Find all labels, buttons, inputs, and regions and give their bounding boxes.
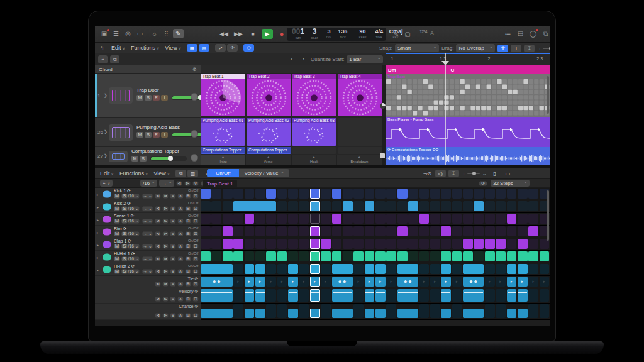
performance-recording-icon[interactable]: ⚇ [243, 44, 254, 52]
step-cell[interactable] [496, 189, 506, 199]
collapse-icon[interactable]: ⊡ [193, 207, 199, 211]
mute-button[interactable]: M [114, 269, 120, 273]
step-cell[interactable] [245, 226, 255, 236]
step-cell[interactable] [452, 201, 462, 211]
step-cell[interactable] [299, 189, 309, 199]
collapse-icon[interactable]: ⊡ [193, 282, 199, 287]
step-cell[interactable] [375, 189, 386, 199]
step-cell[interactable] [496, 226, 506, 236]
nudge-right-icon[interactable]: ⊳ [185, 181, 191, 185]
loop-cell[interactable]: Trap Beat 1 [201, 74, 245, 116]
step-cell[interactable] [233, 304, 243, 318]
step-cell[interactable] [332, 289, 353, 302]
step-cell[interactable] [375, 201, 386, 211]
step-cell[interactable] [485, 214, 495, 224]
step-cell[interactable] [452, 214, 462, 224]
step-cell[interactable] [343, 226, 353, 236]
step-cell[interactable] [255, 239, 265, 249]
step-cell[interactable]: ▸ [507, 277, 517, 287]
step-cell[interactable] [507, 189, 517, 199]
step-cell[interactable] [245, 251, 255, 261]
rewind-button[interactable]: ◀◀ [218, 29, 230, 39]
mode-velocity-button[interactable]: Velocity / Value⌃ [239, 169, 289, 177]
step-cell[interactable] [288, 226, 298, 236]
decrement-icon[interactable]: ∨ [170, 282, 176, 287]
step-cell[interactable] [485, 289, 495, 302]
step-cell[interactable] [211, 226, 221, 236]
step-cell[interactable] [321, 214, 331, 224]
step-cell[interactable] [233, 264, 243, 274]
step-cell[interactable] [485, 226, 495, 236]
increment-icon[interactable]: ∧ [178, 244, 184, 249]
scene-trigger[interactable]: ⌃Intro [201, 155, 246, 165]
rotate-left-icon[interactable]: ⊲ [155, 257, 161, 261]
step-cell[interactable] [419, 239, 430, 249]
step-cell[interactable] [277, 289, 287, 302]
loop-length-icon[interactable]: ⟳ [479, 181, 487, 185]
cell-next-icon[interactable]: › [299, 55, 308, 63]
step-cell[interactable] [463, 251, 473, 261]
scene-trigger[interactable]: ⌃Verse [246, 155, 291, 165]
step-cell[interactable] [507, 201, 517, 211]
duplicate-track-button[interactable]: ⧉ [110, 55, 119, 63]
step-cell[interactable] [430, 201, 440, 211]
collapse-icon[interactable]: ⊡ [193, 194, 199, 199]
step-cell[interactable] [255, 189, 265, 199]
step-cell[interactable] [528, 264, 538, 274]
step-cell[interactable] [386, 289, 396, 302]
expand-icon[interactable]: ⊞ [186, 314, 191, 318]
step-cell[interactable] [375, 214, 386, 224]
step-cell[interactable] [452, 264, 462, 274]
step-cell[interactable] [463, 264, 484, 274]
step-cell[interactable] [245, 189, 255, 199]
step-cell[interactable] [528, 239, 538, 249]
step-cell[interactable] [419, 304, 430, 318]
subrow-header[interactable]: Chance ⟳ ⊲ ⊳ ∨ ∧ ⊞ ⊡ [95, 304, 201, 320]
pattern-region[interactable]: Trap Beat [386, 74, 550, 117]
pan-knob[interactable] [191, 154, 198, 162]
step-cell[interactable] [310, 189, 320, 199]
step-cell[interactable] [211, 214, 221, 224]
step-cell[interactable] [288, 239, 298, 249]
step-cell[interactable] [353, 214, 364, 224]
expand-icon[interactable]: ⊞ [186, 244, 191, 249]
step-cell[interactable] [353, 264, 364, 274]
preview-speaker-icon[interactable]: ◁₎ [435, 170, 446, 177]
step-cell[interactable]: ▸ [430, 277, 440, 287]
rotate-left-icon[interactable]: ⊲ [155, 207, 161, 211]
track-name[interactable]: Trap Door [136, 87, 159, 93]
step-cell[interactable] [408, 226, 418, 236]
step-cell[interactable] [540, 264, 550, 274]
step-cell[interactable] [386, 201, 396, 211]
decrement-icon[interactable]: ∨ [170, 244, 176, 249]
step-cell[interactable] [485, 201, 495, 211]
step-cell[interactable] [430, 304, 440, 318]
empty-cell[interactable] [292, 147, 336, 154]
step-cell[interactable] [441, 309, 451, 319]
sequencer-scrollbar[interactable] [547, 190, 549, 241]
step-cell[interactable] [528, 189, 538, 199]
step-cell[interactable] [485, 304, 495, 318]
step-cell[interactable] [310, 289, 320, 302]
step-cell[interactable] [353, 251, 364, 261]
step-cell[interactable] [321, 201, 331, 211]
step-cell[interactable] [353, 226, 364, 236]
step-cell[interactable] [452, 189, 462, 199]
stop-queue-icon[interactable] [380, 153, 385, 158]
s-button[interactable]: S [145, 132, 152, 138]
step-cell[interactable]: ▸ [321, 277, 331, 287]
step-cell[interactable] [474, 239, 484, 249]
track-header[interactable]: 1 ❯ Trap Door MSRI [95, 74, 201, 118]
step-cell[interactable] [419, 214, 430, 224]
row-header[interactable]: ▸ Rim ⟳ On/Off M S /16 ⌄ → ⌄ ⊲ ⊳ ∨ ∧ ⊞ ⊡ [95, 226, 201, 238]
chevron-right-icon[interactable]: ▸ [97, 229, 99, 234]
step-cell[interactable] [419, 251, 430, 261]
step-cell[interactable] [397, 239, 408, 249]
disclosure-icon[interactable]: ❯ [104, 153, 108, 158]
step-cell[interactable] [441, 214, 451, 224]
grid-view-toggle-icon[interactable]: ▦ [187, 44, 197, 52]
crosshair-tool-icon[interactable]: ✛ [497, 45, 508, 52]
m-button[interactable]: M [131, 156, 138, 162]
row-zoom-slider[interactable]: ⋮ [462, 171, 480, 176]
subrow-header[interactable]: Tie ⟳ ⊲ ⊳ ∨ ∧ ⊞ ⊡ [95, 276, 201, 288]
